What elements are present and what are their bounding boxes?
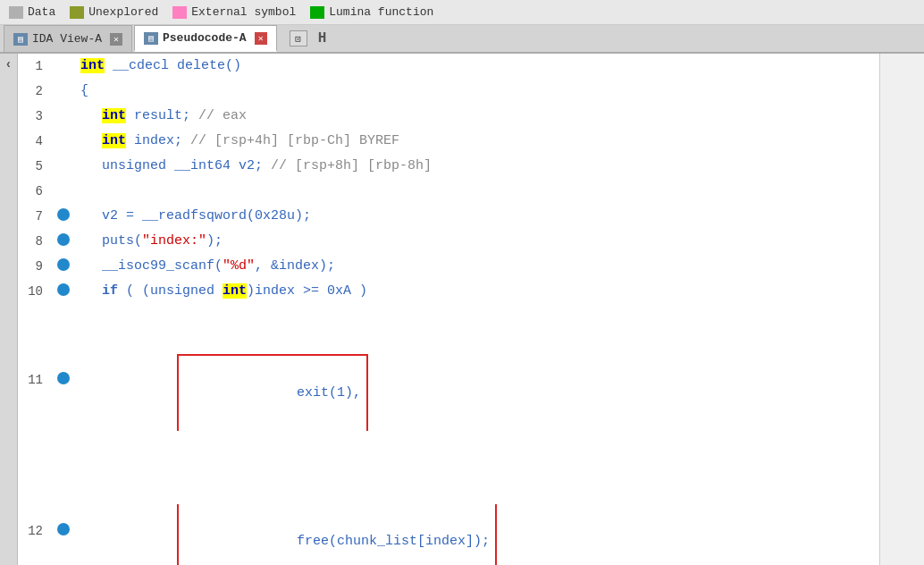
code-text: __cdecl delete() xyxy=(105,58,241,73)
breakpoint-dot xyxy=(57,208,70,221)
breakpoint-col-12 xyxy=(54,456,73,565)
tab-label-ida: IDA View-A xyxy=(32,32,102,46)
code-line-2: { xyxy=(73,79,879,104)
breakpoint-col xyxy=(54,79,73,104)
line-number: 6 xyxy=(18,179,54,204)
breakpoint-dot xyxy=(57,372,70,384)
breakpoint-dot xyxy=(57,258,70,271)
table-row: 4 int index; // [rsp+4h] [rbp-Ch] BYREF xyxy=(18,129,879,154)
code-text: free(chunk_list[index]); xyxy=(297,534,490,549)
code-line-10: if ( (unsigned int)index >= 0xA ) xyxy=(73,279,879,304)
code-text: puts("index:"); xyxy=(102,233,223,249)
legend-color-external xyxy=(172,6,187,19)
code-text: index; xyxy=(126,133,190,148)
code-line-1: int __cdecl delete() xyxy=(73,54,879,79)
breakpoint-col-7 xyxy=(54,204,73,229)
line-number: 7 xyxy=(18,204,54,229)
legend-item-unexplored: Unexplored xyxy=(70,5,158,19)
legend-item-data: Data xyxy=(9,5,55,19)
comment-4: // [rsp+4h] [rbp-Ch] BYREF xyxy=(190,133,399,148)
red-box-bottom: free(chunk_list[index]); xyxy=(177,504,497,565)
line-number: 9 xyxy=(18,254,54,279)
code-line-3: int result; // eax xyxy=(73,104,879,129)
line-number: 4 xyxy=(18,129,54,154)
edge-arrow: ‹ xyxy=(4,57,12,72)
code-text: exit(1), xyxy=(297,385,361,401)
table-row: 9 __isoc99_scanf("%d", &index); xyxy=(18,254,879,279)
line-number: 12 xyxy=(18,456,54,565)
legend-label-data: Data xyxy=(28,5,55,19)
line-number: 8 xyxy=(18,229,54,254)
legend-label-external: External symbol xyxy=(191,5,296,19)
legend-bar: Data Unexplored External symbol Lumina f… xyxy=(0,0,924,25)
breakpoint-col xyxy=(54,179,73,204)
tab-h-label: H xyxy=(318,30,327,46)
code-text: unsigned __int64 v2; xyxy=(102,158,271,173)
tab-close-ida[interactable]: ✕ xyxy=(110,33,122,46)
tab-icon-ida: ▤ xyxy=(13,33,28,46)
code-text: { xyxy=(80,83,88,98)
table-row: 5 unsigned __int64 v2; // [rsp+8h] [rbp-… xyxy=(18,154,879,179)
right-panel xyxy=(879,54,924,565)
table-row: 7 v2 = __readfsqword(0x28u); xyxy=(18,204,879,229)
comment-3: // eax xyxy=(198,108,247,123)
line-number: 2 xyxy=(18,79,54,104)
keyword-int-4: int xyxy=(102,133,126,148)
table-row: 2 { xyxy=(18,79,879,104)
table-row: 12 free(chunk_list[index]); xyxy=(18,456,879,565)
legend-color-unexplored xyxy=(70,6,84,19)
tab-pseudocode-a[interactable]: ▤ Pseudocode-A ✕ xyxy=(134,25,277,52)
table-row: 10 if ( (unsigned int)index >= 0xA ) xyxy=(18,279,879,304)
code-line-7: v2 = __readfsqword(0x28u); xyxy=(73,204,879,229)
code-line-4: int index; // [rsp+4h] [rbp-Ch] BYREF xyxy=(73,129,879,154)
code-text: v2 = __readfsqword(0x28u); xyxy=(102,208,311,223)
breakpoint-col-10 xyxy=(54,279,73,304)
code-line-9: __isoc99_scanf("%d", &index); xyxy=(73,254,879,279)
code-text: result; xyxy=(126,108,198,123)
keyword-int-3: int xyxy=(102,108,126,123)
line-number: 1 xyxy=(18,54,54,79)
red-box-top: exit(1), xyxy=(177,354,368,431)
breakpoint-col xyxy=(54,54,73,79)
legend-item-external: External symbol xyxy=(172,5,296,19)
code-text: __isoc99_scanf("%d", &index); xyxy=(102,258,335,274)
breakpoint-col-11 xyxy=(54,304,73,456)
edge-bar: ‹ xyxy=(0,54,18,565)
code-line-11: exit(1), xyxy=(73,304,879,456)
code-line-12: free(chunk_list[index]); xyxy=(73,456,879,565)
table-row: 6 xyxy=(18,179,879,204)
breakpoint-col-9 xyxy=(54,254,73,279)
tab-bar: ▤ IDA View-A ✕ ▤ Pseudocode-A ✕ ⊡ H xyxy=(0,25,924,54)
breakpoint-col xyxy=(54,104,73,129)
code-line-8: puts("index:"); xyxy=(73,229,879,254)
tab-icon-pseudo: ▤ xyxy=(144,32,158,45)
main-content: ‹ 1 int __cdecl delete() 2 { 3 xyxy=(0,54,924,565)
breakpoint-col-8 xyxy=(54,229,73,254)
breakpoint-col xyxy=(54,129,73,154)
code-table: 1 int __cdecl delete() 2 { 3 int result;… xyxy=(18,54,879,565)
keyword-int-1: int xyxy=(80,58,105,73)
legend-label-lumina: Lumina function xyxy=(329,5,433,19)
breakpoint-dot xyxy=(57,283,70,296)
line-number: 10 xyxy=(18,279,54,304)
legend-color-lumina xyxy=(310,6,324,19)
legend-item-lumina: Lumina function xyxy=(310,5,433,19)
tab-close-pseudo[interactable]: ✕ xyxy=(255,32,267,45)
code-text: if ( (unsigned int)index >= 0xA ) xyxy=(102,283,367,299)
breakpoint-dot xyxy=(57,233,70,246)
table-row: 3 int result; // eax xyxy=(18,104,879,129)
table-row: 11 exit(1), xyxy=(18,304,879,456)
breakpoint-dot xyxy=(57,523,70,535)
line-number: 3 xyxy=(18,104,54,129)
line-number: 5 xyxy=(18,154,54,179)
breakpoint-col xyxy=(54,154,73,179)
legend-color-data xyxy=(9,6,23,19)
snapshot-icon[interactable]: ⊡ xyxy=(290,30,307,46)
code-area[interactable]: 1 int __cdecl delete() 2 { 3 int result;… xyxy=(18,54,879,565)
code-line-5: unsigned __int64 v2; // [rsp+8h] [rbp-8h… xyxy=(73,154,879,179)
code-line-6 xyxy=(73,179,879,204)
table-row: 8 puts("index:"); xyxy=(18,229,879,254)
legend-label-unexplored: Unexplored xyxy=(88,5,158,19)
tab-ida-view-a[interactable]: ▤ IDA View-A ✕ xyxy=(4,25,132,52)
tab-label-pseudo: Pseudocode-A xyxy=(163,31,247,45)
